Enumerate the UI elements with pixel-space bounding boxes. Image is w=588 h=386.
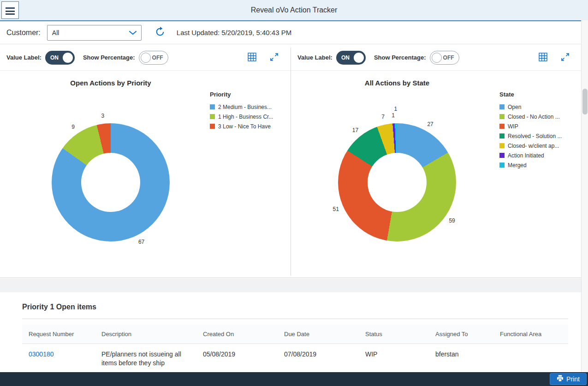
refresh-button[interactable] bbox=[154, 26, 166, 39]
table-icon bbox=[539, 53, 547, 63]
legend-item[interactable]: 3 Low - Nice To Have bbox=[210, 121, 273, 131]
table-header-row: Request Number Description Created On Du… bbox=[22, 325, 568, 344]
expand-icon bbox=[270, 53, 279, 63]
value-label-label: Value Label: bbox=[297, 54, 333, 61]
priority-open-items-section: Priority 1 Open items Request Number Des… bbox=[0, 292, 581, 372]
chevron-down-icon bbox=[129, 29, 137, 36]
legend-item[interactable]: WIP bbox=[499, 121, 562, 131]
legend-swatch bbox=[499, 104, 505, 109]
cell-description: PE/planners not issueing all items befor… bbox=[95, 344, 196, 374]
legend-swatch bbox=[499, 153, 505, 158]
legend-title: State bbox=[499, 91, 562, 98]
legend-swatch bbox=[499, 143, 505, 148]
col-request-number: Request Number bbox=[22, 325, 95, 344]
print-button[interactable]: Print bbox=[550, 373, 587, 385]
value-label-toggle[interactable]: ON bbox=[336, 51, 366, 65]
chart-toolbar: Value Label: ON Show Percentage: OFF bbox=[291, 45, 582, 71]
slice-value-label: 1 bbox=[392, 112, 395, 119]
open-items-table: Request Number Description Created On Du… bbox=[22, 325, 568, 374]
request-number-link[interactable]: 0300180 bbox=[29, 350, 54, 358]
page-title: Reveal oVo Action Tracker bbox=[0, 0, 588, 20]
filter-bar: Customer: All Last Updated: 5/20/2019, 5… bbox=[0, 21, 588, 44]
section-title: Priority 1 Open items bbox=[22, 303, 96, 311]
slice-value-label: 67 bbox=[138, 239, 144, 245]
chart-title: All Actions by State bbox=[291, 79, 503, 87]
chart-title: Open Actions by Priority bbox=[0, 79, 221, 87]
refresh-icon bbox=[155, 27, 165, 38]
legend-item[interactable]: 1 High - Business Cr... bbox=[210, 112, 273, 121]
toggle-knob bbox=[141, 53, 151, 63]
divider bbox=[22, 319, 568, 319]
show-percentage-label: Show Percentage: bbox=[83, 54, 135, 61]
scrollbar[interactable] bbox=[581, 20, 588, 372]
legend-swatch bbox=[499, 124, 505, 129]
legend-title: Priority bbox=[210, 91, 273, 98]
legend-swatch bbox=[210, 114, 215, 119]
panel-open-actions-by-priority: Value Label: ON Show Percentage: OFF bbox=[0, 45, 291, 277]
col-description: Description bbox=[95, 325, 196, 344]
col-functional-area: Functional Area bbox=[493, 325, 568, 344]
donut-hole bbox=[368, 153, 427, 212]
value-label-toggle[interactable]: ON bbox=[45, 51, 75, 65]
table-view-button[interactable] bbox=[245, 51, 258, 64]
col-assigned-to: Assigned To bbox=[429, 325, 493, 344]
chart-legend: Priority 2 Medium - Busines... 1 High - … bbox=[210, 91, 273, 131]
chart-legend: State Open Closed - No Action ... WIP Re… bbox=[499, 91, 562, 170]
legend-swatch bbox=[499, 163, 505, 168]
legend-item[interactable]: Resolved - Solution ... bbox=[499, 131, 562, 141]
legend-item[interactable]: Merged bbox=[499, 160, 562, 170]
shell-header: Reveal oVo Action Tracker bbox=[0, 0, 588, 20]
app-window: Reveal oVo Action Tracker Customer: All … bbox=[0, 0, 588, 386]
slice-value-label: 51 bbox=[333, 206, 339, 212]
scrollbar-thumb[interactable] bbox=[582, 89, 588, 115]
cell-due-date: 07/08/2019 bbox=[278, 344, 359, 374]
cell-created-on: 05/08/2019 bbox=[196, 344, 278, 374]
legend-item[interactable]: Closed- w/client ap... bbox=[499, 141, 562, 151]
table-row[interactable]: 0300180 PE/planners not issueing all ite… bbox=[22, 344, 568, 374]
table-view-button[interactable] bbox=[536, 51, 549, 64]
toggle-knob bbox=[432, 53, 442, 63]
col-created-on: Created On bbox=[196, 325, 278, 344]
cell-status: WIP bbox=[359, 344, 429, 374]
charts-region: Value Label: ON Show Percentage: OFF bbox=[0, 45, 581, 278]
section-gap bbox=[0, 278, 581, 292]
legend-item[interactable]: 2 Medium - Busines... bbox=[210, 102, 273, 112]
slice-value-label: 3 bbox=[101, 113, 104, 119]
value-label-label: Value Label: bbox=[6, 54, 42, 61]
donut-chart-priority[interactable]: 6793 bbox=[52, 123, 170, 241]
donut-chart-state[interactable]: 27595117711 bbox=[338, 123, 456, 241]
printer-icon bbox=[557, 375, 564, 383]
donut-hole bbox=[81, 153, 140, 212]
customer-select-value: All bbox=[52, 29, 59, 36]
toggle-knob bbox=[354, 53, 364, 63]
slice-value-label: 59 bbox=[449, 217, 455, 224]
customer-label: Customer: bbox=[6, 29, 41, 37]
show-percentage-toggle[interactable]: OFF bbox=[430, 51, 459, 65]
show-percentage-toggle[interactable]: OFF bbox=[139, 51, 168, 65]
menu-button[interactable] bbox=[1, 1, 19, 19]
cell-assigned-to: bferstan bbox=[429, 344, 493, 374]
legend-item[interactable]: Action Initiated bbox=[499, 151, 562, 160]
legend-swatch bbox=[499, 114, 505, 119]
legend-swatch bbox=[210, 104, 215, 109]
chart-toolbar: Value Label: ON Show Percentage: OFF bbox=[0, 45, 291, 71]
footer-bar: Print bbox=[0, 372, 588, 386]
fullscreen-button[interactable] bbox=[558, 51, 571, 64]
slice-value-label: 27 bbox=[427, 121, 433, 127]
legend-swatch bbox=[499, 133, 505, 139]
fullscreen-button[interactable] bbox=[267, 51, 280, 64]
legend-item[interactable]: Open bbox=[499, 102, 562, 112]
panel-all-actions-by-state: Value Label: ON Show Percentage: OFF bbox=[291, 45, 582, 277]
legend-swatch bbox=[210, 124, 215, 129]
slice-value-label: 17 bbox=[352, 127, 358, 133]
col-status: Status bbox=[359, 325, 429, 344]
cell-functional-area bbox=[493, 344, 568, 374]
table-icon bbox=[248, 53, 256, 63]
legend-item[interactable]: Closed - No Action ... bbox=[499, 112, 562, 121]
last-updated-text: Last Updated: 5/20/2019, 5:40:43 PM bbox=[177, 29, 291, 36]
slice-value-label: 1 bbox=[394, 106, 398, 112]
slice-value-label: 7 bbox=[381, 114, 385, 120]
expand-icon bbox=[561, 53, 570, 63]
slice-value-label: 9 bbox=[71, 124, 75, 130]
customer-select[interactable]: All bbox=[47, 25, 142, 41]
